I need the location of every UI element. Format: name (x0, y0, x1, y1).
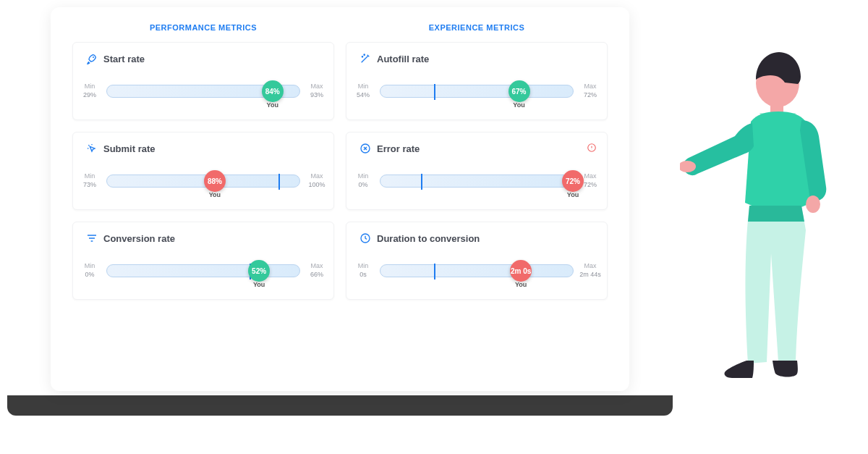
range-bar: Min73% Max100% 88% You (106, 175, 300, 188)
you-knob[interactable]: 52% (248, 260, 270, 282)
svg-rect-7 (770, 103, 783, 113)
min-label: Min0s (349, 262, 378, 279)
min-label: Min73% (75, 172, 104, 189)
you-knob[interactable]: 88% (204, 170, 226, 192)
experience-column: EXPERIENCE METRICS Autofill rate Median … (346, 23, 608, 384)
median-tick (434, 84, 435, 100)
laptop-frame: PERFORMANCE METRICS Start rate Median 84… (36, 7, 644, 413)
error-rate-range: Median 15% Min0% Max72% 72% You (380, 175, 574, 198)
error-rate-title: Error rate (377, 143, 420, 154)
wand-icon (359, 53, 371, 64)
median-tick (434, 264, 435, 279)
clock-icon (359, 232, 371, 244)
max-label: Max100% (302, 172, 331, 189)
start-rate-range: Median 84% Min29% Max93% 84% You (106, 85, 300, 108)
svg-point-1 (362, 56, 362, 57)
median-tick (421, 174, 422, 190)
max-label: Max72% (576, 83, 605, 99)
start-rate-title: Start rate (103, 54, 145, 64)
conversion-rate-title: Conversion rate (103, 233, 175, 244)
error-rate-card[interactable]: Error rate Median 15% Min0% Max72% 72% Y (346, 132, 608, 210)
submit-rate-card[interactable]: Submit rate Median 97% Min73% Max100% 88… (72, 132, 334, 210)
you-label: You (567, 191, 579, 198)
range-bar: Min0% Max72% 72% You (380, 175, 574, 188)
you-knob[interactable]: 72% (562, 170, 584, 192)
autofill-rate-card[interactable]: Autofill rate Median 59% Min54% Max72% 6… (346, 42, 608, 120)
start-rate-card[interactable]: Start rate Median 84% Min29% Max93% 84% (72, 42, 334, 120)
svg-point-9 (806, 196, 820, 213)
range-bar: Min0s Max2m 44s 2m 0s You (380, 264, 574, 277)
error-circle-icon (359, 143, 371, 154)
you-label: You (253, 281, 265, 288)
min-label: Min54% (349, 83, 378, 99)
filter-icon (86, 232, 98, 244)
autofill-rate-range: Median 59% Min54% Max72% 67% You (380, 85, 574, 108)
svg-point-0 (93, 56, 94, 58)
min-label: Min0% (75, 262, 104, 279)
performance-heading: PERFORMANCE METRICS (72, 23, 334, 32)
range-bar: Min54% Max72% 67% You (380, 85, 574, 98)
you-label: You (209, 191, 221, 198)
svg-point-2 (364, 54, 365, 55)
info-icon[interactable] (587, 143, 597, 153)
autofill-rate-title: Autofill rate (377, 54, 429, 64)
you-label: You (515, 281, 527, 288)
max-label: Max66% (302, 262, 331, 279)
conversion-rate-range: Median 49% Min0% Max66% 52% You (106, 264, 300, 287)
min-label: Min29% (75, 83, 104, 99)
submit-rate-range: Median 97% Min73% Max100% 88% You (106, 175, 300, 198)
duration-range: Median 46s Min0s Max2m 44s 2m 0s You (380, 264, 574, 287)
rocket-icon (86, 53, 98, 64)
duration-card[interactable]: Duration to conversion Median 46s Min0s … (346, 222, 608, 300)
person-illustration (680, 43, 846, 434)
laptop-base (7, 395, 673, 416)
you-knob[interactable]: 84% (262, 80, 284, 102)
duration-title: Duration to conversion (377, 233, 480, 244)
min-label: Min0% (349, 172, 378, 189)
dashboard-screen: PERFORMANCE METRICS Start rate Median 84… (51, 7, 629, 391)
max-label: Max2m 44s (576, 262, 605, 279)
you-label: You (267, 101, 278, 109)
median-tick (278, 174, 280, 190)
submit-rate-title: Submit rate (103, 143, 156, 154)
max-label: Max93% (302, 83, 331, 99)
experience-heading: EXPERIENCE METRICS (346, 23, 608, 32)
range-bar: Min29% Max93% 84% You (106, 85, 300, 98)
you-knob[interactable]: 67% (509, 80, 530, 102)
you-label: You (513, 101, 524, 109)
performance-column: PERFORMANCE METRICS Start rate Median 84… (72, 23, 334, 384)
conversion-rate-card[interactable]: Conversion rate Median 49% Min0% Max66% … (72, 222, 334, 300)
cursor-click-icon (86, 143, 98, 154)
range-bar: Min0% Max66% 52% You (106, 264, 300, 277)
you-knob[interactable]: 2m 0s (510, 260, 532, 282)
